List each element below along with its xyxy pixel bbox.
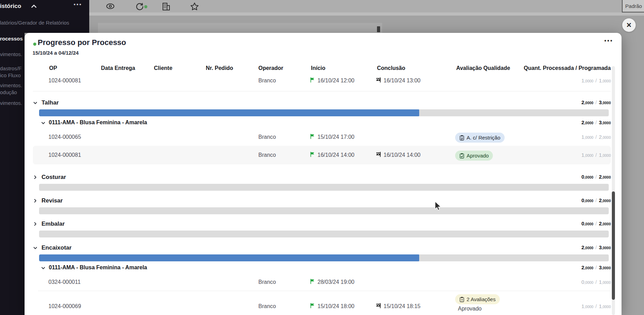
operator-name: Branco (258, 152, 276, 158)
flag-finish-icon (376, 303, 381, 310)
quality-badge-label: 2 Avaliações (467, 296, 496, 302)
op-number: 1024-000065 (48, 134, 81, 140)
quantity-processed-programmed: 1,0000 / 2,0000 (581, 134, 611, 140)
column-header: Início (311, 65, 325, 71)
progress-bar (39, 207, 609, 214)
column-header: Data Entrega (101, 65, 135, 71)
chevron-right-icon[interactable] (33, 222, 38, 228)
status-dot-icon (33, 43, 36, 46)
chevron-down-icon[interactable] (41, 266, 46, 272)
process-group-label: Revisar (42, 197, 63, 204)
quality-badge-label: A. c/ Restrição (467, 135, 500, 141)
progress-bar (39, 184, 609, 191)
quantity-processed-programmed: 2,0000 / 3,0000 (581, 244, 611, 251)
op-number: 0324-000011 (48, 279, 81, 285)
start-time: 28/03/24 19:00 (310, 279, 355, 286)
progress-bar-fill (39, 254, 419, 261)
quantity-processed-programmed: 0,0000 / 2,0000 (581, 220, 611, 227)
close-button[interactable]: ✕ (622, 18, 636, 32)
quantity-processed-programmed: 1,0000 / 1,0000 (581, 152, 611, 158)
chevron-down-icon[interactable] (41, 120, 46, 127)
sidebar-item[interactable]: rocessos (0, 35, 23, 42)
screen: Padrão istórico ••• latórios/Gerador de … (0, 0, 644, 315)
clipboard-check-icon (459, 153, 464, 159)
modal-title: Progresso por Processo (38, 38, 126, 47)
start-time: 16/10/24 12:00 (310, 77, 355, 84)
quantity-processed-programmed: 0,0000 / 2,0000 (581, 174, 611, 180)
refresh-icon[interactable] (135, 2, 144, 11)
status-dot-icon (144, 5, 147, 8)
operator-name: Branco (258, 279, 276, 285)
modal-date-range: 15/10/24 a 04/12/24 (33, 50, 79, 56)
sidebar-item[interactable]: dastros/Fico Fluxo (0, 65, 22, 79)
sidebar-item[interactable]: vimentos. (0, 100, 22, 107)
quality-badge: Aprovado (455, 151, 493, 161)
sidebar-strip (0, 0, 25, 315)
progress-bar-fill (39, 109, 419, 116)
quality-badge-label: Aprovado (467, 153, 489, 159)
process-group-label: Embalar (42, 220, 65, 227)
progress-modal: Progresso por Processo 15/10/24 a 04/12/… (25, 33, 622, 315)
product-group-label: 0111-AMA - Blusa Feminina - Amarela (49, 119, 147, 126)
product-group-label: 0111-AMA - Blusa Feminina - Amarela (49, 264, 147, 271)
chevron-right-icon[interactable] (33, 198, 38, 205)
op-number: 1024-000081 (48, 78, 81, 84)
flag-finish-icon (376, 152, 381, 159)
quality-badge: A. c/ Restrição (455, 133, 505, 143)
column-header: Avaliação Qualidade (456, 65, 510, 71)
flag-start-icon (310, 303, 315, 310)
background-toolbar (0, 0, 644, 12)
end-time: 16/10/24 13:00 (376, 77, 421, 84)
sidebar-item[interactable]: vimentos. (0, 51, 22, 58)
building-icon[interactable] (162, 2, 171, 11)
background-toolbar-band (0, 12, 644, 16)
scrollbar-thumb[interactable] (612, 191, 615, 300)
process-group-label: Costurar (42, 174, 66, 181)
quantity-processed-programmed: 2,0000 / 3,0000 (581, 119, 611, 126)
process-group-label: Talhar (42, 99, 59, 106)
chevron-up-icon[interactable] (30, 4, 37, 10)
sidebar-ellipsis-icon[interactable]: ••• (74, 1, 82, 7)
padrao-button[interactable]: Padrão (622, 0, 644, 12)
progress-bar (39, 109, 609, 116)
quantity-processed-programmed: 2,0000 / 3,0000 (581, 99, 611, 106)
row-divider (33, 91, 611, 91)
operator-name: Branco (258, 78, 276, 84)
column-header: Nr. Pedido (206, 65, 233, 71)
end-time: 15/10/24 18:15 (376, 303, 421, 310)
operator-name: Branco (258, 134, 276, 140)
dimmed-panel (98, 23, 382, 33)
flag-finish-icon (376, 77, 381, 84)
flag-start-icon (310, 279, 315, 286)
svg-text:?: ? (461, 298, 463, 302)
star-icon[interactable] (190, 2, 199, 11)
quality-sub-label: Aprovado (458, 306, 482, 312)
clipboard-question-icon: ? (459, 297, 464, 302)
eye-icon[interactable] (105, 2, 114, 11)
start-time: 15/10/24 18:00 (310, 303, 355, 310)
start-time: 16/10/24 14:00 (310, 152, 355, 159)
column-header: Conclusão (377, 65, 405, 71)
op-number: 1024-000081 (48, 152, 81, 158)
quantity-processed-programmed: 0,0000 / 2,0000 (581, 197, 611, 204)
sidebar-item[interactable]: vimentos.odução (0, 82, 22, 96)
start-time: 15/10/24 17:00 (310, 134, 355, 141)
modal-ellipsis-icon[interactable]: ••• (604, 38, 613, 44)
quantity-processed-programmed: 0,0000 / 1,0000 (581, 279, 611, 285)
progress-bar (39, 231, 609, 237)
sidebar-breadcrumb: latórios/Gerador de Relatórios (0, 20, 69, 26)
chevron-down-icon[interactable] (33, 245, 38, 252)
sidebar-title[interactable]: istórico (0, 3, 21, 10)
mouse-cursor (434, 201, 442, 213)
chevron-right-icon[interactable] (33, 175, 38, 181)
end-time: 16/10/24 14:00 (376, 152, 421, 159)
process-group-label: Encaixotar (42, 244, 72, 251)
progress-bar (39, 254, 609, 261)
op-number: 1024-000069 (48, 303, 81, 309)
column-header: Operador (258, 65, 283, 71)
row-divider (38, 291, 611, 291)
chevron-down-icon[interactable] (33, 100, 38, 107)
clipboard-icon (459, 135, 464, 141)
flag-start-icon (310, 152, 315, 159)
column-header: Quant. Processada / Programada (524, 65, 611, 71)
